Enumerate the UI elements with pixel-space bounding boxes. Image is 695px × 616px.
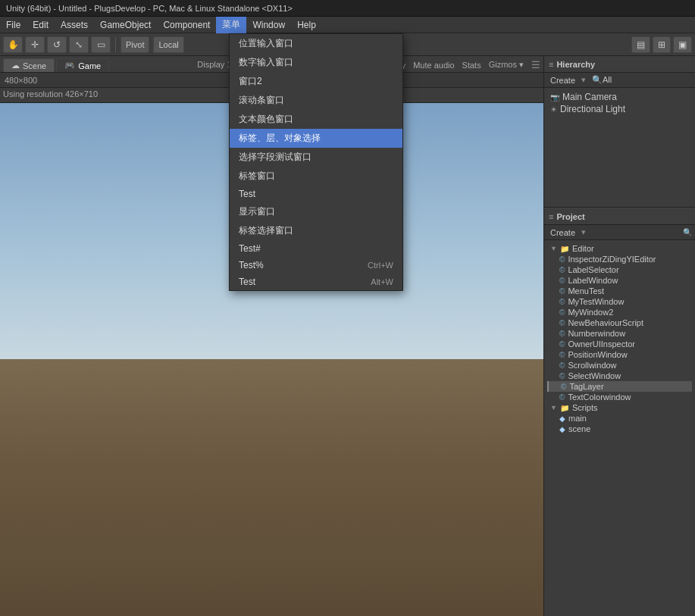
menu-edit[interactable]: Edit xyxy=(27,17,55,33)
project-item-main-scene[interactable]: ◆ main xyxy=(547,413,692,424)
dropdown-item-5[interactable]: 标签、层、对象选择 xyxy=(230,129,402,148)
taglayer-label: TagLayer xyxy=(569,382,603,391)
scripts-folder-arrow: ▼ xyxy=(550,404,557,411)
hierarchy-item-directional-light[interactable]: ☀ Directional Light xyxy=(547,103,692,115)
scene-icon-1: ◆ xyxy=(559,414,565,423)
project-create-arrow: ▾ xyxy=(581,227,586,237)
hierarchy-icon: ≡ xyxy=(549,60,553,69)
script-icon-9: © xyxy=(559,340,565,349)
dropdown-item-7[interactable]: 标签窗口 xyxy=(230,167,402,186)
script-icon-1: © xyxy=(559,255,565,264)
hierarchy-item-main-camera[interactable]: 📷 Main Camera xyxy=(547,91,692,103)
dropdown-label-5: 标签、层、对象选择 xyxy=(239,132,321,145)
move-tool-button[interactable]: ✛ xyxy=(25,36,45,53)
resolution-display: 480×800 xyxy=(5,76,37,85)
project-content: ▼ 📁 Editor © InspectorZiDingYIEditor © L… xyxy=(544,240,695,616)
project-item-menu-test[interactable]: © MenuTest xyxy=(547,286,692,296)
dropdown-label-3: 滚动条窗口 xyxy=(239,94,284,107)
project-item-new-behaviour[interactable]: © NewBehaviourScript xyxy=(547,317,692,328)
tab-scene[interactable]: ☁ Scene xyxy=(3,58,55,72)
menu-help[interactable]: Help xyxy=(291,17,322,33)
project-item-my-test-window[interactable]: © MyTestWindow xyxy=(547,296,692,307)
project-item-textcolor[interactable]: © TextColorwindow xyxy=(547,392,692,402)
dropdown-item-9[interactable]: 显示窗口 xyxy=(230,202,402,221)
dropdown-item-11[interactable]: Test# xyxy=(230,240,402,257)
hierarchy-main-camera-label: Main Camera xyxy=(562,92,617,102)
hand-tool-button[interactable]: ✋ xyxy=(3,36,23,53)
light-icon: ☀ xyxy=(550,105,557,114)
stats-btn[interactable]: Stats xyxy=(462,61,481,70)
dropdown-shortcut-12: Ctrl+W xyxy=(368,261,393,270)
dropdown-item-8[interactable]: Test xyxy=(230,186,402,202)
toolbar-separator-1 xyxy=(115,37,116,52)
dropdown-label-0: 位置输入窗口 xyxy=(239,37,293,50)
project-item-selectwindow[interactable]: © SelectWindow xyxy=(547,371,692,381)
inspector-editor-label: InspectorZiDingYIEditor xyxy=(568,255,656,264)
project-item-numberwindow[interactable]: © Numberwindow xyxy=(547,328,692,339)
hierarchy-create-btn[interactable]: Create xyxy=(547,75,578,86)
project-create-btn[interactable]: Create xyxy=(547,227,578,238)
menu-test-label: MenuTest xyxy=(568,286,604,295)
dropdown-shortcut-13: Alt+W xyxy=(371,277,393,286)
project-item-my-window2[interactable]: © MyWindow2 xyxy=(547,307,692,317)
hierarchy-panel: ≡ Hierarchy Create ▾ 🔍All 📷 Main Camera … xyxy=(544,56,695,208)
dropdown-item-0[interactable]: 位置输入窗口 xyxy=(230,34,402,53)
dropdown-label-12: Test% xyxy=(239,260,264,270)
scene-label: scene xyxy=(568,424,590,433)
script-icon-5: © xyxy=(559,298,565,306)
title-text: Unity (64bit) - Untitled - PlugsDevelop … xyxy=(6,4,293,13)
textcolor-label: TextColorwindow xyxy=(568,392,631,402)
rect-tool-button[interactable]: ▭ xyxy=(91,36,111,53)
panel-options-icon[interactable]: ☰ xyxy=(531,59,540,70)
layers-button[interactable]: ⊞ xyxy=(653,36,671,53)
dropdown-item-3[interactable]: 滚动条窗口 xyxy=(230,91,402,110)
script-icon-10: © xyxy=(559,351,565,359)
project-item-owner-ui[interactable]: © OwnerUIInspector xyxy=(547,339,692,349)
tab-game[interactable]: 🎮 Game xyxy=(56,58,109,72)
menu-cj[interactable]: 菜单 xyxy=(216,17,246,33)
hierarchy-header: ≡ Hierarchy xyxy=(544,56,695,73)
dropdown-item-10[interactable]: 标签选择窗口 xyxy=(230,221,402,240)
dropdown-item-12[interactable]: Test% Ctrl+W xyxy=(230,257,402,274)
script-icon-8: © xyxy=(559,330,565,338)
dropdown-item-4[interactable]: 文本颜色窗口 xyxy=(230,110,402,129)
project-item-scene[interactable]: ◆ scene xyxy=(547,424,692,434)
pivot-button[interactable]: Pivot xyxy=(121,36,149,53)
menu-assets[interactable]: Assets xyxy=(55,17,94,33)
editor-folder-label: Editor xyxy=(572,244,594,253)
project-item-editor-folder[interactable]: ▼ 📁 Editor xyxy=(547,243,692,254)
project-icon: ≡ xyxy=(549,212,553,221)
dropdown-item-2[interactable]: 窗口2 xyxy=(230,72,402,91)
gizmos-btn[interactable]: Gizmos ▾ xyxy=(489,60,524,70)
project-item-label-window[interactable]: © LabelWindow xyxy=(547,275,692,286)
dropdown-label-4: 文本颜色窗口 xyxy=(239,113,293,126)
dropdown-label-13: Test xyxy=(239,277,255,287)
dropdown-item-6[interactable]: 选择字段测试窗口 xyxy=(230,148,402,167)
script-icon-14: © xyxy=(559,393,565,402)
dropdown-item-13[interactable]: Test Alt+W xyxy=(230,274,402,290)
mute-audio-btn[interactable]: Mute audio xyxy=(413,61,454,70)
account-button[interactable]: ▤ xyxy=(631,36,650,53)
project-item-scrollwindow[interactable]: © Scrollwindow xyxy=(547,360,692,371)
rotate-tool-button[interactable]: ↺ xyxy=(47,36,67,53)
dropdown-item-1[interactable]: 数字输入窗口 xyxy=(230,53,402,72)
menu-window[interactable]: Window xyxy=(246,17,291,33)
project-item-position-window[interactable]: © PositionWindow xyxy=(547,349,692,360)
project-item-taglayer[interactable]: © TagLayer xyxy=(547,381,692,392)
hierarchy-content: 📷 Main Camera ☀ Directional Light xyxy=(544,88,695,207)
layout-button[interactable]: ▣ xyxy=(673,36,692,53)
project-item-scripts-folder[interactable]: ▼ 📁 Scripts xyxy=(547,402,692,413)
hierarchy-all-btn[interactable]: 🔍All xyxy=(589,74,615,86)
game-tab-label: Game xyxy=(78,61,101,70)
project-header: ≡ Project xyxy=(544,208,695,225)
right-panel: ≡ Hierarchy Create ▾ 🔍All 📷 Main Camera … xyxy=(543,56,695,616)
dropdown-menu: 位置输入窗口 数字输入窗口 窗口2 滚动条窗口 文本颜色窗口 标签、层、对象选择… xyxy=(229,33,403,291)
scale-tool-button[interactable]: ⤡ xyxy=(69,36,89,53)
menu-component[interactable]: Component xyxy=(157,17,216,33)
menu-file[interactable]: File xyxy=(0,17,27,33)
menu-bar: File Edit Assets GameObject Component 菜单… xyxy=(0,17,695,33)
project-item-inspector-editor[interactable]: © InspectorZiDingYIEditor xyxy=(547,254,692,264)
local-button[interactable]: Local xyxy=(153,36,183,53)
menu-gameobject[interactable]: GameObject xyxy=(94,17,157,33)
project-item-label-selector[interactable]: © LabelSelector xyxy=(547,264,692,275)
